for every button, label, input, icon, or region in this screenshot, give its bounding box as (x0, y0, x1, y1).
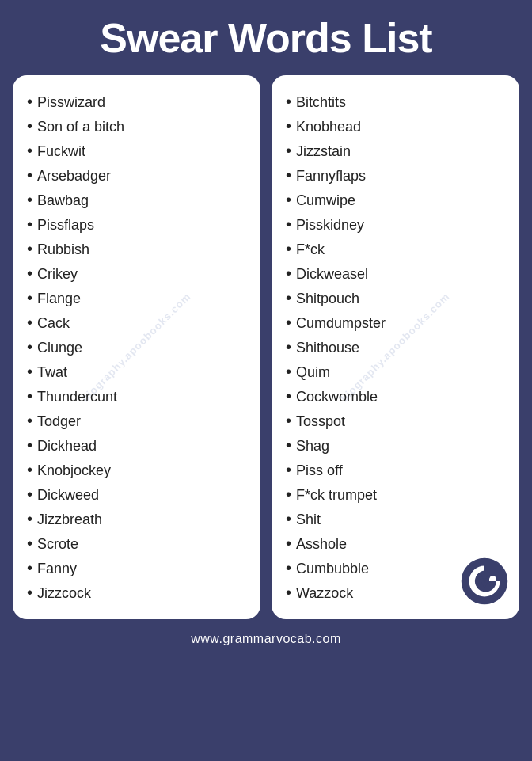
list-item: Dickweasel (286, 261, 508, 286)
list-item: Twat (27, 360, 249, 384)
list-item: Cockwomble (286, 384, 508, 409)
list-item: Son of a bitch (27, 114, 249, 139)
list-item: Piss off (286, 458, 508, 482)
right-column: biography.apoobooks.com BitchtitsKnobhea… (272, 75, 519, 619)
list-item: Clunge (27, 335, 249, 360)
list-item: Tosspot (286, 409, 508, 433)
list-item: Shitpouch (286, 286, 508, 310)
left-column: biography.apoobooks.com PisswizardSon of… (13, 75, 260, 619)
list-item: Fanny (27, 556, 249, 580)
list-item: Bawbag (27, 188, 249, 212)
list-item: Flange (27, 286, 249, 310)
list-item: Cumwipe (286, 188, 508, 212)
list-item: Asshole (286, 531, 508, 556)
list-item: Dickweed (27, 482, 249, 507)
list-item: Fannyflaps (286, 163, 508, 188)
list-item: Knobhead (286, 114, 508, 139)
list-item: Shit (286, 507, 508, 531)
columns-wrapper: biography.apoobooks.com PisswizardSon of… (13, 75, 519, 619)
list-item: Rubbish (27, 237, 249, 261)
logo-area (461, 557, 508, 608)
svg-point-0 (462, 559, 507, 604)
list-item: Thundercunt (27, 384, 249, 409)
list-item: Quim (286, 360, 508, 384)
list-item: Shithouse (286, 335, 508, 360)
left-word-list: PisswizardSon of a bitchFuckwitArsebadge… (27, 89, 249, 605)
right-word-list: BitchtitsKnobheadJizzstainFannyflapsCumw… (286, 89, 508, 605)
footer-url: www.grammarvocab.com (191, 632, 341, 646)
list-item: Dickhead (27, 433, 249, 458)
list-item: Shag (286, 433, 508, 458)
list-item: Pissflaps (27, 212, 249, 237)
list-item: Cumdumpster (286, 310, 508, 335)
page-title: Swear Words List (100, 16, 431, 61)
list-item: Fuckwit (27, 139, 249, 163)
list-item: F*ck (286, 237, 508, 261)
list-item: Pisskidney (286, 212, 508, 237)
list-item: Jizzstain (286, 139, 508, 163)
list-item: Knobjockey (27, 458, 249, 482)
list-item: F*ck trumpet (286, 482, 508, 507)
brand-logo (461, 557, 508, 605)
list-item: Cack (27, 310, 249, 335)
list-item: Jizzbreath (27, 507, 249, 531)
list-item: Jizzcock (27, 580, 249, 605)
list-item: Crikey (27, 261, 249, 286)
list-item: Todger (27, 409, 249, 433)
list-item: Pisswizard (27, 89, 249, 114)
list-item: Arsebadger (27, 163, 249, 188)
list-item: Bitchtits (286, 89, 508, 114)
list-item: Scrote (27, 531, 249, 556)
